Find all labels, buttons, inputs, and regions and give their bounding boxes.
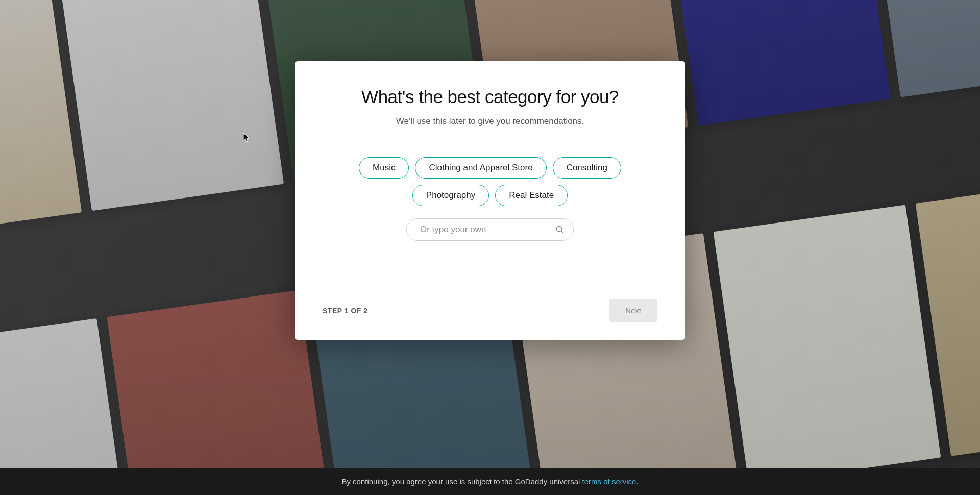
category-chip-consulting[interactable]: Consulting xyxy=(553,157,621,179)
category-chip-real-estate[interactable]: Real Estate xyxy=(495,185,568,206)
terms-suffix: . xyxy=(636,477,638,486)
search-icon xyxy=(555,225,565,234)
category-chips-row-2: Photography Real Estate xyxy=(323,185,657,206)
template-thumbnail xyxy=(663,0,891,126)
category-selection-modal: What's the best category for you? We'll … xyxy=(295,61,685,340)
category-chips-row-1: Music Clothing and Apparel Store Consult… xyxy=(323,157,657,179)
terms-prefix: By continuing, you agree your use is sub… xyxy=(341,477,582,486)
modal-subtitle: We'll use this later to give you recomme… xyxy=(323,116,657,127)
category-chip-photography[interactable]: Photography xyxy=(412,185,489,206)
search-wrapper xyxy=(323,218,657,241)
svg-line-1 xyxy=(561,231,563,233)
next-button[interactable]: Next xyxy=(609,299,657,322)
modal-footer: STEP 1 OF 2 Next xyxy=(323,299,657,322)
terms-footer: By continuing, you agree your use is sub… xyxy=(0,468,980,495)
terms-of-service-link[interactable]: terms of service xyxy=(582,477,636,486)
template-thumbnail xyxy=(713,205,941,484)
category-chip-music[interactable]: Music xyxy=(359,157,409,179)
category-chip-clothing[interactable]: Clothing and Apparel Store xyxy=(415,157,546,179)
modal-title: What's the best category for you? xyxy=(323,87,657,107)
category-search-input[interactable] xyxy=(406,218,574,241)
template-thumbnail xyxy=(56,0,284,211)
step-indicator: STEP 1 OF 2 xyxy=(323,307,368,315)
search-box xyxy=(406,218,574,241)
svg-point-0 xyxy=(556,226,562,232)
